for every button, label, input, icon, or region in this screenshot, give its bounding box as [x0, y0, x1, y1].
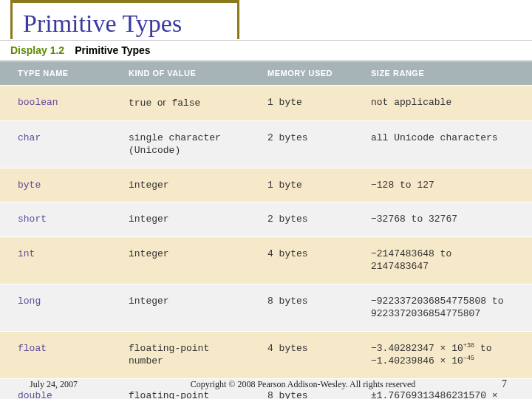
cell-range: −9223372036854775808 to92233720368547758… — [353, 284, 532, 331]
footer-date: July 24, 2007 — [0, 379, 118, 390]
col-memory: MEMORY USED — [250, 61, 353, 86]
cell-memory: 1 byte — [250, 86, 353, 121]
title-frame: Primitive Types — [10, 0, 239, 39]
cell-kind: true or false — [111, 86, 250, 121]
col-range: SIZE RANGE — [353, 61, 532, 86]
cell-type-name: int — [0, 236, 111, 284]
cell-memory: 1 byte — [250, 168, 353, 202]
cell-kind: integer — [111, 202, 250, 237]
table-header-row: TYPE NAME KIND OF VALUE MEMORY USED SIZE… — [0, 61, 532, 86]
cell-kind: integer — [111, 284, 250, 331]
table-row: booleantrue or false1 bytenot applicable — [0, 86, 532, 121]
table-row: floatfloating-pointnumber4 bytes−3.40282… — [0, 331, 532, 378]
slide-title: Primitive Types — [13, 5, 237, 38]
cell-memory: 4 bytes — [250, 236, 353, 284]
cell-range: −128 to 127 — [353, 168, 532, 202]
table-row: longinteger8 bytes−9223372036854775808 t… — [0, 284, 532, 331]
display-strip: Display 1.2 Primitive Types — [0, 40, 532, 61]
cell-type-name: short — [0, 202, 111, 237]
cell-kind: single character(Unicode) — [111, 120, 250, 168]
cell-type-name: char — [0, 120, 111, 168]
cell-range: −2147483648 to2147483647 — [353, 236, 532, 284]
display-text: Primitive Types — [75, 44, 150, 56]
col-type-name: TYPE NAME — [0, 61, 111, 86]
primitive-types-table: TYPE NAME KIND OF VALUE MEMORY USED SIZE… — [0, 61, 532, 399]
footer-copyright: Copyright © 2008 Pearson Addison-Wesley.… — [118, 379, 488, 390]
cell-range: −3.40282347 × 10+38 to−1.40239846 × 10−4… — [353, 331, 532, 378]
table-row: byteinteger1 byte−128 to 127 — [0, 168, 532, 202]
table-row: shortinteger2 bytes−32768 to 32767 — [0, 202, 532, 237]
table-wrap: TYPE NAME KIND OF VALUE MEMORY USED SIZE… — [0, 61, 532, 399]
cell-kind: integer — [111, 236, 250, 284]
cell-type-name: float — [0, 331, 111, 378]
slide-footer: July 24, 2007 Copyright © 2008 Pearson A… — [0, 378, 532, 390]
footer-page-number: 7 — [488, 378, 532, 390]
cell-type-name: byte — [0, 168, 111, 202]
display-label: Display 1.2 — [10, 44, 64, 56]
cell-memory: 8 bytes — [250, 284, 353, 331]
cell-memory: 2 bytes — [250, 120, 353, 168]
table-row: intinteger4 bytes−2147483648 to214748364… — [0, 236, 532, 284]
cell-range: not applicable — [353, 86, 532, 121]
col-kind: KIND OF VALUE — [111, 61, 250, 86]
cell-type-name: long — [0, 284, 111, 331]
cell-type-name: boolean — [0, 86, 111, 121]
cell-range: all Unicode characters — [353, 120, 532, 168]
cell-kind: integer — [111, 168, 250, 202]
cell-memory: 2 bytes — [250, 202, 353, 237]
cell-range: −32768 to 32767 — [353, 202, 532, 237]
table-row: charsingle character(Unicode)2 bytesall … — [0, 120, 532, 168]
cell-memory: 4 bytes — [250, 331, 353, 378]
cell-kind: floating-pointnumber — [111, 331, 250, 378]
